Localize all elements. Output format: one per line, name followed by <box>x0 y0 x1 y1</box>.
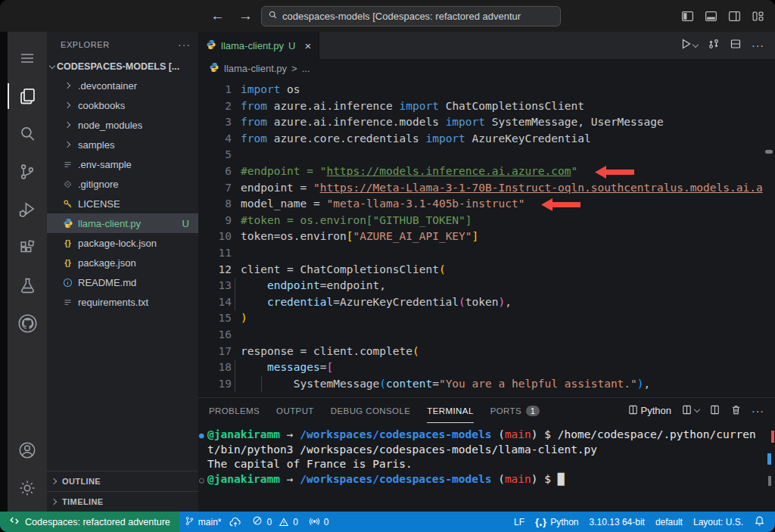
code-line[interactable]: 9#token = os.environ["GITHUB_TOKEN"] <box>198 213 775 229</box>
testing-icon[interactable] <box>8 266 47 304</box>
extensions-icon[interactable] <box>8 229 47 266</box>
ports-status[interactable]: 0 <box>303 512 335 532</box>
forward-arrow-icon[interactable]: → <box>238 8 253 24</box>
explorer-icon[interactable] <box>8 77 47 115</box>
code-lines: 1import os2from azure.ai.inference impor… <box>198 82 775 392</box>
line-number: 10 <box>198 229 232 245</box>
file-label: llama-client.py <box>78 218 141 229</box>
split-terminal-icon[interactable] <box>709 404 721 418</box>
new-terminal-button[interactable] <box>681 404 699 418</box>
problems-status[interactable]: 0 0 <box>247 512 303 532</box>
editor-scrollbar[interactable] <box>765 150 773 154</box>
tree-root-folder[interactable]: CODESPACES-MODELS [... <box>47 58 198 76</box>
command-center[interactable]: codespaces-models [Codespaces: refactore… <box>261 6 561 26</box>
code-line[interactable]: 3from azure.ai.inference.models import S… <box>198 114 775 131</box>
code-line[interactable]: 18 messages=[ <box>198 359 775 376</box>
ports-badge: 1 <box>526 406 540 416</box>
github-icon[interactable] <box>8 304 47 342</box>
sidebar-item-requirements-txt[interactable]: requirements.txt <box>47 292 198 312</box>
code-line[interactable]: 16 <box>198 327 775 344</box>
line-number: 8 <box>198 196 232 213</box>
outline-section[interactable]: OUTLINE <box>47 471 198 491</box>
eol-indicator[interactable]: LF <box>509 512 530 532</box>
remote-indicator[interactable]: Codespaces: refactored adventure <box>0 512 179 532</box>
keyboard-layout[interactable]: Layout: U.S. <box>688 512 749 532</box>
code-line[interactable]: 14 credential=AzureKeyCredential(token), <box>198 294 775 311</box>
terminal-instance-python[interactable]: Python <box>627 404 671 418</box>
breadcrumb[interactable]: llama-client.py > ... <box>198 59 775 78</box>
code-line[interactable]: 8model_name = "meta-llama-3.1-405b-instr… <box>198 196 775 213</box>
customize-layout-icon[interactable] <box>752 10 764 23</box>
panel-tab-ports[interactable]: PORTS1 <box>490 398 540 423</box>
code-line[interactable]: 2from azure.ai.inference import ChatComp… <box>198 98 775 115</box>
explorer-sidebar: EXPLORER ··· CODESPACES-MODELS [... .dev… <box>47 32 198 512</box>
chevron-right-icon <box>62 123 73 127</box>
code-line[interactable]: 15) <box>198 310 775 327</box>
code-line[interactable]: 19 SystemMessage(content="You are a help… <box>198 376 775 393</box>
notifications-bell-icon[interactable] <box>749 512 770 532</box>
command-decoration-icon[interactable]: ● <box>199 428 204 443</box>
close-tab-icon[interactable]: × <box>304 39 311 52</box>
branch-status[interactable]: main* <box>179 512 247 532</box>
file-tree: CODESPACES-MODELS [... .devcontainercook… <box>47 58 198 471</box>
sidebar-item--devcontainer[interactable]: .devcontainer <box>47 76 198 95</box>
code-line[interactable]: 11 <box>198 245 775 262</box>
account-icon[interactable] <box>8 431 47 469</box>
chevron-right-icon <box>62 103 73 107</box>
code-line[interactable]: 10token=os.environ["AZURE_AI_API_KEY"] <box>198 229 775 245</box>
code-editor[interactable]: 1import os2from azure.ai.inference impor… <box>198 78 775 397</box>
open-changes-icon[interactable] <box>708 38 720 53</box>
code-line[interactable]: 17response = client.complete( <box>198 344 775 360</box>
code-line[interactable]: 4from azure.core.credentials import Azur… <box>198 131 775 148</box>
python-interpreter[interactable]: 3.10.13 64-bit <box>584 512 650 532</box>
panel-more-icon[interactable]: ··· <box>752 405 764 417</box>
profile-indicator[interactable]: default <box>650 512 688 532</box>
toggle-panel-icon[interactable] <box>705 10 717 23</box>
python-file-icon <box>209 62 219 75</box>
code-line[interactable]: 5 <box>198 147 775 163</box>
command-decoration-icon[interactable]: ○ <box>199 473 204 488</box>
kill-terminal-icon[interactable] <box>730 404 742 418</box>
toggle-secondary-sidebar-icon[interactable] <box>728 10 741 23</box>
split-editor-icon[interactable] <box>730 38 742 53</box>
file-label: package.json <box>78 257 136 269</box>
panel-tab-debug-console[interactable]: DEBUG CONSOLE <box>331 398 411 423</box>
sidebar-item-cookbooks[interactable]: cookbooks <box>47 95 198 115</box>
panel-tab-terminal[interactable]: TERMINAL <box>427 398 473 423</box>
timeline-section[interactable]: TIMELINE <box>47 491 198 512</box>
back-arrow-icon[interactable]: ← <box>210 8 225 24</box>
run-python-button[interactable] <box>680 38 698 53</box>
line-number: 16 <box>198 327 232 344</box>
sidebar-item-package-json[interactable]: {}package.json <box>47 253 198 272</box>
toggle-sidebar-icon[interactable] <box>681 10 694 23</box>
cloud-sync-icon[interactable] <box>229 516 241 528</box>
sidebar-item-samples[interactable]: samples <box>47 135 198 154</box>
editor-more-icon[interactable]: ··· <box>752 39 764 51</box>
code-line[interactable]: 1import os <box>198 82 775 98</box>
search-view-icon[interactable] <box>8 115 47 153</box>
sidebar-item--gitignore[interactable]: .gitignore <box>47 174 198 194</box>
panel-tab-problems[interactable]: PROBLEMS <box>209 398 260 423</box>
list-icon <box>62 297 73 307</box>
sidebar-item--env-sample[interactable]: .env-sample <box>47 154 198 174</box>
explorer-more-icon[interactable]: ··· <box>178 39 191 51</box>
menu-icon[interactable] <box>8 39 47 77</box>
sidebar-item-readme-md[interactable]: README.md <box>47 272 198 292</box>
sidebar-item-llama-client-py[interactable]: llama-client.pyU <box>47 213 198 233</box>
panel-tab-output[interactable]: OUTPUT <box>276 398 314 423</box>
code-line[interactable]: 12client = ChatCompletionsClient( <box>198 262 775 278</box>
terminal-scrollbar[interactable] <box>766 423 775 512</box>
code-line[interactable]: 13 endpoint=endpoint, <box>198 278 775 294</box>
code-line[interactable]: 7endpoint = "https://Meta-Llama-3-1-70B-… <box>198 180 775 197</box>
run-debug-icon[interactable] <box>8 191 47 229</box>
language-mode[interactable]: {} Python <box>530 512 584 532</box>
source-control-icon[interactable] <box>8 153 47 191</box>
settings-gear-icon[interactable] <box>8 469 47 507</box>
sidebar-item-license[interactable]: LICENSE <box>47 194 198 213</box>
sidebar-item-node-modules[interactable]: node_modules <box>47 115 198 135</box>
terminal[interactable]: ●@janakiramm → /workspaces/codespaces-mo… <box>198 423 775 512</box>
sidebar-item-package-lock-json[interactable]: {}package-lock.json <box>47 233 198 253</box>
tab-llama-client[interactable]: llama-client.py U × <box>198 32 319 59</box>
code-line[interactable]: 6#endpoint = "https://models.inference.a… <box>198 163 775 180</box>
file-label: samples <box>78 139 114 151</box>
